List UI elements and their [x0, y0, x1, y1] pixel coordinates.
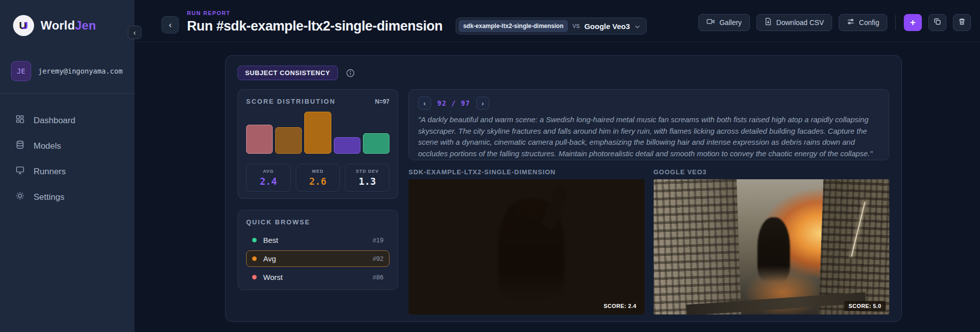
stat-label: AVG	[263, 169, 274, 174]
config-button[interactable]: Config	[839, 14, 887, 31]
sidebar: UJ WorldJen JE jeremy@ingonyama.com Dash…	[0, 0, 135, 332]
gallery-button[interactable]: Gallery	[698, 14, 749, 31]
quick-browse-item-avg[interactable]: Avg #92	[246, 250, 389, 267]
histogram-bar	[304, 112, 331, 154]
stat-value: 2.6	[309, 176, 326, 187]
sidebar-item-settings[interactable]: Settings	[10, 184, 124, 210]
sample-count: N=97	[375, 98, 389, 105]
topbar-actions: Gallery Download CSV Config +	[698, 14, 971, 31]
quick-browse-id: #86	[372, 273, 383, 281]
stat-label: STD DEV	[356, 169, 379, 174]
score-badge: SCORE: 5.0	[844, 301, 886, 311]
stats-row: AVG 2.4 MED 2.6 STD DEV 1.3	[246, 164, 389, 192]
gallery-button-label: Gallery	[719, 19, 741, 27]
pager-total: 97	[461, 99, 470, 107]
worldjen-logo: UJ WorldJen	[10, 15, 124, 36]
next-sample-button[interactable]: ›	[476, 97, 489, 110]
sidebar-item-runners[interactable]: Runners	[10, 159, 124, 184]
brand-word: World	[41, 19, 75, 32]
histogram-bar	[363, 133, 389, 154]
dashboard-grid-icon	[15, 114, 25, 127]
prompt-text: "A darkly beautiful and warm scene: a Sw…	[418, 114, 880, 159]
score-badge: SCORE: 2.4	[599, 301, 641, 311]
avg-dot-icon	[252, 256, 257, 261]
score-distribution-panel: SCORE DISTRIBUTION N=97 AVG 2.4 MED 2.6	[238, 89, 398, 199]
video-column-left: SDK-EXAMPLE-LTX2-SINGLE-DIMENSION SCORE:…	[409, 168, 645, 314]
sidebar-item-models[interactable]: Models	[10, 133, 124, 159]
video-label-veo: GOOGLE VEO3	[654, 168, 890, 176]
add-button[interactable]: +	[904, 14, 922, 31]
comparison-left-chip: sdk-example-ltx2-single-dimension	[459, 20, 568, 32]
delete-button[interactable]	[953, 14, 971, 31]
figure-silhouette	[757, 217, 791, 282]
monitor-icon	[15, 165, 25, 178]
worldjen-logo-mark-icon: UJ	[13, 15, 34, 36]
gear-icon	[15, 191, 25, 203]
run-report-card: SUBJECT CONSISTENCY SCORE DISTRIBUTION N…	[225, 55, 902, 322]
quick-browse-label: Avg	[263, 254, 276, 263]
toolbar-separator	[895, 15, 896, 30]
histogram-bar	[334, 137, 360, 154]
quick-browse-panel: QUICK BROWSE Best #19 Avg #92	[238, 210, 398, 290]
quick-browse-title: QUICK BROWSE	[246, 218, 310, 226]
topbar: ‹ RUN REPORT Run #sdk-example-ltx2-singl…	[135, 0, 980, 42]
worst-dot-icon	[252, 275, 257, 279]
database-icon	[15, 140, 25, 152]
video-frame-sdk[interactable]: SCORE: 2.4	[409, 179, 645, 314]
quick-browse-item-best[interactable]: Best #19	[246, 232, 389, 248]
video-label-sdk: SDK-EXAMPLE-LTX2-SINGLE-DIMENSION	[409, 168, 645, 176]
video-column-right: GOOGLE VEO3 SCORE: 5.0	[654, 168, 890, 314]
prev-sample-button[interactable]: ‹	[418, 97, 431, 110]
histogram-bar	[246, 125, 273, 154]
sidebar-item-label: Runners	[34, 167, 66, 177]
avatar: JE	[11, 61, 31, 81]
main-area: ‹ ‹ RUN REPORT Run #sdk-example-ltx2-sin…	[135, 0, 980, 332]
quick-browse-label: Worst	[263, 273, 283, 281]
comparison-vs-label: VS	[572, 23, 580, 29]
info-icon[interactable]	[346, 69, 355, 78]
best-dot-icon	[252, 238, 257, 242]
download-csv-button[interactable]: Download CSV	[756, 14, 832, 31]
score-distribution-chart	[246, 112, 389, 154]
download-csv-button-label: Download CSV	[776, 19, 824, 27]
left-column: SCORE DISTRIBUTION N=97 AVG 2.4 MED 2.6	[238, 89, 398, 314]
stat-med: MED 2.6	[296, 164, 340, 192]
stat-value: 2.4	[260, 176, 277, 187]
stat-stddev: STD DEV 1.3	[345, 164, 389, 192]
title-block: RUN REPORT Run #sdk-example-ltx2-single-…	[187, 10, 647, 35]
sample-pager: ‹ 92 / 97 ›	[418, 97, 880, 110]
brand-word-accent: Jen	[75, 19, 96, 32]
quick-browse-item-worst[interactable]: Worst #86	[246, 269, 389, 285]
prompt-panel: ‹ 92 / 97 › "A darkly beautiful and warm…	[409, 89, 889, 160]
config-button-label: Config	[859, 19, 879, 27]
back-button[interactable]: ‹	[161, 16, 179, 34]
pager-separator: /	[451, 99, 456, 107]
run-report-eyebrow: RUN REPORT	[187, 10, 647, 16]
quick-browse-id: #19	[372, 236, 383, 244]
copy-icon	[933, 18, 941, 27]
duplicate-button[interactable]	[928, 14, 946, 31]
sliders-icon	[847, 18, 855, 27]
right-column: ‹ 92 / 97 › "A darkly beautiful and warm…	[409, 89, 889, 314]
stat-avg: AVG 2.4	[246, 164, 291, 192]
trash-icon	[958, 18, 966, 27]
sidebar-nav: Dashboard Models Runners Settings	[10, 108, 124, 210]
sidebar-collapse-button[interactable]: ‹	[128, 26, 141, 39]
user-account[interactable]: JE jeremy@ingonyama.com	[10, 61, 124, 81]
stat-label: MED	[312, 169, 324, 174]
comparison-right-label: Google Veo3	[584, 22, 630, 31]
file-download-icon	[764, 18, 772, 27]
stat-value: 1.3	[359, 176, 376, 187]
pager-position: 92 / 97	[437, 99, 470, 107]
comparison-selector[interactable]: sdk-example-ltx2-single-dimension VS Goo…	[456, 18, 647, 35]
video-frame-veo[interactable]: SCORE: 5.0	[654, 179, 890, 314]
brand-name: WorldJen	[41, 19, 96, 33]
user-email: jeremy@ingonyama.com	[38, 67, 123, 75]
sidebar-item-dashboard[interactable]: Dashboard	[10, 108, 124, 133]
sidebar-item-label: Dashboard	[34, 116, 75, 126]
quick-browse-label: Best	[263, 236, 278, 244]
chevron-down-icon	[635, 22, 640, 31]
sidebar-divider	[0, 93, 134, 94]
sidebar-item-label: Models	[34, 141, 61, 151]
metric-badge: SUBJECT CONSISTENCY	[238, 66, 338, 80]
